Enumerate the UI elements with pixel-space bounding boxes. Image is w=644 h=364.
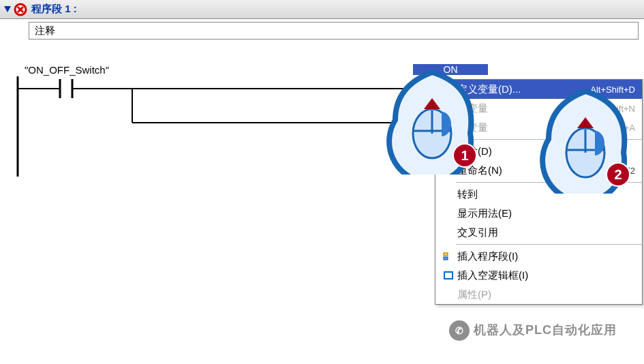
menu-cross-reference[interactable]: 交叉引用 (435, 223, 642, 242)
menu-insert-block[interactable]: 插入空逻辑框(I) (435, 266, 642, 285)
error-icon (14, 3, 27, 16)
menu-separator (456, 244, 642, 245)
insert-block-icon (440, 271, 457, 280)
watermark: ✆机器人及PLC自动化应用 (449, 320, 617, 341)
step-badge: 1 (453, 143, 477, 168)
step-badge: 2 (606, 162, 630, 187)
insert-segment-icon (440, 252, 457, 261)
collapse-icon[interactable] (3, 5, 12, 14)
svg-marker-0 (4, 6, 11, 12)
svg-rect-14 (444, 253, 448, 256)
segment-header: 程序段 1 : (0, 0, 644, 19)
svg-rect-15 (444, 257, 448, 260)
segment-comment-field[interactable]: 注释 (29, 22, 639, 40)
click-callout-1: 1 (375, 65, 484, 175)
menu-insert-segment[interactable]: 插入程序段(I) (435, 247, 642, 266)
svg-rect-16 (444, 272, 453, 279)
segment-comment-text: 注释 (35, 25, 55, 37)
wechat-icon: ✆ (449, 320, 470, 341)
menu-show-usage[interactable]: 显示用法(E) (435, 204, 642, 223)
click-callout-2: 2 (528, 85, 637, 194)
segment-title: 程序段 1 : (31, 3, 77, 16)
menu-properties: 属性(P) (435, 285, 642, 304)
